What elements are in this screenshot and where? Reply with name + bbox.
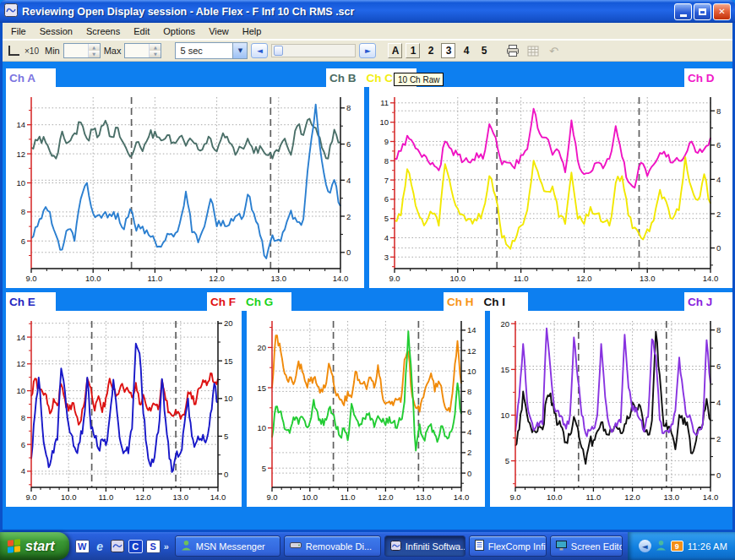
menu-view[interactable]: View: [202, 24, 236, 38]
svg-text:5: 5: [384, 214, 389, 223]
menu-screens[interactable]: Screens: [79, 24, 127, 38]
svg-text:13.0: 13.0: [416, 492, 432, 502]
svg-text:11.0: 11.0: [514, 274, 529, 283]
svg-text:8: 8: [346, 103, 351, 112]
svg-text:14.0: 14.0: [454, 492, 470, 502]
menu-edit[interactable]: Edit: [127, 24, 156, 38]
scrollbar-thumb[interactable]: [274, 46, 283, 56]
task-infiniti-software[interactable]: Infiniti Softwa...: [384, 536, 466, 557]
view-button-2[interactable]: 2: [423, 43, 438, 58]
chart-ch-g-ch-h[interactable]: 5101520024681012149.010.011.012.013.014.…: [247, 311, 485, 507]
menu-help[interactable]: Help: [236, 24, 269, 38]
svg-text:12: 12: [467, 346, 476, 356]
svg-text:13.0: 13.0: [173, 492, 189, 502]
x10-icon[interactable]: ×10: [24, 46, 39, 56]
chart-ch-c-ch-d[interactable]: 34567891011024689.010.011.012.013.014.0: [369, 87, 732, 288]
svg-text:12.0: 12.0: [624, 492, 640, 502]
svg-text:10: 10: [500, 410, 509, 420]
view-button-5[interactable]: 5: [476, 43, 491, 58]
s-icon[interactable]: S: [146, 540, 161, 553]
print-icon[interactable]: [504, 45, 521, 57]
svg-text:15: 15: [224, 356, 233, 366]
view-button-1[interactable]: 1: [406, 43, 420, 58]
c-icon[interactable]: C: [128, 540, 143, 553]
time-scale-value: 5 sec: [180, 46, 202, 56]
tray-clock[interactable]: 11:26 AM: [688, 541, 727, 552]
svg-text:10.0: 10.0: [547, 492, 563, 502]
maximize-button[interactable]: [694, 3, 711, 20]
svg-text:11.0: 11.0: [586, 492, 602, 502]
chart-ch-e-ch-f[interactable]: 468101214051015209.010.011.012.013.014.0: [6, 311, 242, 507]
scroll-left-button[interactable]: ◄: [251, 43, 268, 58]
svg-text:9: 9: [384, 137, 389, 146]
channel-label-ch-b: Ch B: [329, 72, 357, 84]
menu-file[interactable]: File: [4, 24, 33, 38]
minimize-button[interactable]: [674, 3, 692, 20]
min-field[interactable]: ▲▼: [63, 43, 101, 58]
view-button-4[interactable]: 4: [459, 43, 473, 58]
min-label: Min: [45, 46, 60, 56]
channel-label-ch-f: Ch F: [210, 296, 236, 308]
channel-label-ch-d: Ch D: [688, 72, 715, 84]
menu-options[interactable]: Options: [156, 24, 202, 38]
max-spinner[interactable]: ▲▼: [149, 44, 161, 57]
svg-text:10: 10: [467, 367, 476, 376]
time-scrollbar[interactable]: [271, 44, 356, 57]
task-removable-disk[interactable]: Removable Di...: [284, 536, 381, 557]
svg-text:8: 8: [716, 106, 721, 116]
channel-chip-d: Ch D: [684, 68, 732, 87]
svg-text:9.0: 9.0: [509, 492, 520, 502]
channel-chip-j: Ch J: [684, 292, 732, 311]
view-button-3[interactable]: 3: [441, 43, 455, 58]
titlebar[interactable]: Reviewing Open Display session - Able Fl…: [0, 0, 735, 23]
svg-text:4: 4: [346, 176, 351, 185]
svg-text:4: 4: [467, 427, 471, 437]
task-msn-messenger[interactable]: MSN Messenger: [175, 536, 280, 557]
svg-text:14.0: 14.0: [210, 492, 226, 502]
axes-icon[interactable]: [8, 46, 19, 56]
menubar: File Session Screens Edit Options View H…: [3, 23, 732, 40]
quick-launch-overflow-chevron[interactable]: »: [164, 541, 169, 552]
svg-text:14.0: 14.0: [703, 274, 719, 283]
svg-text:0: 0: [467, 469, 471, 478]
svg-text:6: 6: [716, 140, 721, 150]
infiniti-icon[interactable]: [111, 540, 125, 553]
svg-text:9.0: 9.0: [25, 492, 36, 502]
svg-text:6: 6: [21, 440, 25, 449]
view-button-a[interactable]: A: [388, 43, 402, 58]
desktop: Reviewing Open Display session - Able Fl…: [0, 0, 735, 560]
battery-badge-icon[interactable]: 9: [671, 541, 683, 552]
task-label: Screen Editor: [571, 541, 623, 552]
max-field[interactable]: ▲▼: [124, 43, 161, 58]
scroll-right-button[interactable]: ►: [359, 43, 376, 58]
task-flexcomp-infiniti[interactable]: FlexComp Infi...: [469, 536, 547, 557]
channel-label-ch-j: Ch J: [688, 296, 712, 308]
chart-ch-i-ch-j[interactable]: 5101520024689.010.011.012.013.014.0: [490, 311, 732, 507]
min-spinner[interactable]: ▲▼: [88, 44, 100, 57]
channel-label-ch-g: Ch G: [246, 296, 273, 308]
svg-text:12.0: 12.0: [135, 492, 151, 502]
svg-text:6: 6: [716, 362, 721, 371]
time-scale-select[interactable]: 5 sec ▼: [175, 42, 248, 59]
close-button[interactable]: ✕: [713, 3, 731, 20]
svg-text:4: 4: [21, 466, 25, 476]
tray-chevron-icon[interactable]: ◄: [639, 540, 651, 552]
word-icon[interactable]: W: [75, 540, 90, 553]
ie-icon[interactable]: e: [93, 540, 107, 553]
chart-area: Ch A Ch B Ch C 10 Ch Raw Ch D 6810121402…: [3, 62, 732, 530]
max-label: Max: [104, 46, 122, 56]
svg-text:6: 6: [467, 407, 471, 416]
taskbar: start W e C S » MSN Messenger Removable …: [0, 532, 735, 560]
task-label: FlexComp Infi...: [488, 541, 547, 552]
svg-text:7: 7: [384, 176, 389, 185]
svg-text:8: 8: [21, 413, 25, 422]
toolbar: ×10 Min ▲▼ Max ▲▼ 5 sec ▼ ◄ ► A 1 2 3 4: [3, 40, 732, 62]
svg-text:15: 15: [257, 383, 266, 393]
menu-session[interactable]: Session: [33, 24, 79, 38]
chart-ch-a-ch-b[interactable]: 68101214024689.010.011.012.013.014.0: [6, 87, 364, 288]
start-button[interactable]: start: [0, 532, 69, 560]
messenger-buddy-icon[interactable]: [656, 540, 667, 552]
task-screen-editor[interactable]: Screen Editor: [550, 536, 623, 557]
svg-text:11.0: 11.0: [99, 492, 114, 502]
chevron-down-icon[interactable]: ▼: [232, 43, 247, 58]
